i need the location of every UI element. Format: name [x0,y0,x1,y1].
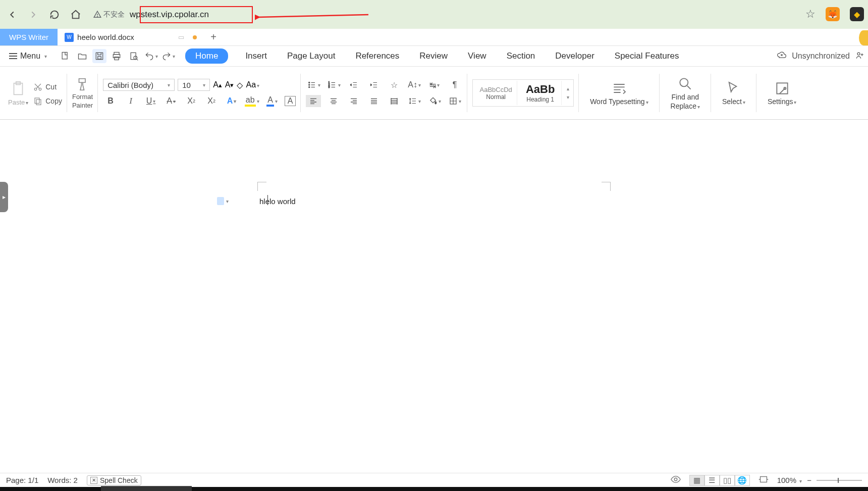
inc-indent-button[interactable] [366,79,382,91]
qat-new-icon[interactable] [58,49,72,63]
paste-button[interactable]: Paste▾ [8,80,28,106]
zoom-slider[interactable] [817,480,862,481]
document-body-text[interactable]: hlelo world [259,197,296,206]
tab-window-icon[interactable]: ▭ [178,33,184,41]
chevron-down-icon: ▾ [44,54,47,59]
document-canvas[interactable]: ▾ hlelo world [0,120,868,473]
new-tab-button[interactable]: + [204,29,223,45]
tab-home[interactable]: Home [185,48,228,64]
tab-developer[interactable]: Developer [552,49,598,63]
text-direction-button[interactable]: A↕▾ [407,79,422,91]
svg-point-26 [784,87,786,89]
shrink-font-icon[interactable]: A▾ [225,80,234,89]
extension-cube-icon[interactable]: ◆ [850,7,864,21]
asian-layout-icon[interactable]: ☆ [387,79,402,91]
bold-button[interactable]: B [103,95,118,107]
styles-gallery[interactable]: AaBbCcDd Normal AaBb Heading 1 ▴ ▾ [472,79,574,107]
tab-align-button[interactable]: ↹▾ [427,79,442,91]
cloud-sync-icon[interactable] [777,50,787,62]
qat-preview-icon[interactable] [127,49,141,63]
find-replace-button[interactable]: Find and Replace▾ [665,76,706,110]
text-effects-button[interactable]: A▾ [224,95,239,107]
cut-button[interactable]: Cut [33,82,62,91]
copy-button[interactable]: Copy [33,96,62,106]
dec-indent-button[interactable] [346,79,361,91]
char-border-button[interactable]: A [285,96,296,106]
qat-redo-button[interactable]: ▾ [161,49,175,63]
spell-check-toggle[interactable]: ✕Spell Check [87,475,141,485]
font-size-select[interactable]: 10▾ [178,79,210,91]
tab-section[interactable]: Section [504,49,538,63]
paragraph-helper-icon[interactable]: ▾ [217,197,232,206]
font-color-button[interactable]: A▾ [264,95,280,107]
status-words[interactable]: Words: 2 [47,476,78,484]
styles-up-icon[interactable]: ▴ [567,86,569,91]
line-spacing-button[interactable]: ▾ [407,95,422,107]
nav-home-icon[interactable] [69,8,83,22]
side-panel-handle[interactable]: ▸ [0,182,8,212]
view-reading-icon[interactable]: ▯▯ [720,475,735,486]
view-web-icon[interactable]: 🌐 [735,475,750,486]
settings-button[interactable]: Settings▾ [762,80,803,106]
subscript-button[interactable]: X2 [204,95,219,107]
qat-open-icon[interactable] [75,49,89,63]
taskbar-item[interactable] [101,486,192,491]
address-url[interactable]: wpstest.vip.cpolar.cn [128,9,211,21]
tab-review[interactable]: Review [416,49,451,63]
highlight-button[interactable]: ab▾ [244,95,259,107]
zoom-out-button[interactable]: − [807,476,811,484]
fit-width-icon[interactable] [758,474,769,486]
italic-button[interactable]: I [123,95,138,107]
show-marks-button[interactable]: ¶ [447,79,462,91]
strikethrough-button[interactable]: A▾ [164,95,179,107]
document-page[interactable]: ▾ hlelo world [182,132,686,473]
word-typesetting-button[interactable]: Word Typesetting▾ [584,80,654,106]
clear-format-icon[interactable]: ◇ [237,80,243,90]
menu-button[interactable]: Menu ▾ [4,50,52,63]
security-indicator[interactable]: 不安全 [93,10,125,19]
align-right-button[interactable] [346,95,361,107]
wps-brand-tab[interactable]: WPS Writer [0,29,58,45]
qat-print-icon[interactable] [110,49,124,63]
bullets-button[interactable]: ▾ [306,79,321,91]
align-left-button[interactable] [306,95,321,107]
bookmark-star-icon[interactable]: ☆ [805,8,816,21]
style-heading1[interactable]: AaBb Heading 1 [519,81,562,105]
style-normal[interactable]: AaBbCcDd Normal [475,81,517,105]
change-case-icon[interactable]: Aa▾ [246,80,259,89]
align-distribute-button[interactable] [387,95,402,107]
document-tab[interactable]: W heelo world.docx ▭ [58,29,204,45]
tab-view[interactable]: View [465,49,490,63]
format-painter-button[interactable]: Format Painter [72,77,93,109]
svg-text:3: 3 [328,85,330,88]
grow-font-icon[interactable]: A▴ [213,80,222,89]
tab-insert[interactable]: Insert [242,49,270,63]
select-button[interactable]: Select▾ [716,80,751,106]
underline-button[interactable]: U▾ [143,95,158,107]
nav-back-icon[interactable] [5,8,19,22]
align-justify-button[interactable] [366,95,382,107]
eye-icon[interactable] [670,474,681,486]
view-outline-icon[interactable]: ☰ [704,475,720,486]
status-page[interactable]: Page: 1/1 [6,476,38,484]
user-avatar[interactable] [859,30,868,45]
shading-button[interactable]: ▾ [427,95,442,107]
tab-page-layout[interactable]: Page Layout [284,49,338,63]
sync-status-label[interactable]: Unsynchronized [792,52,850,61]
extension-fox-icon[interactable]: 🦊 [826,7,840,21]
nav-reload-icon[interactable] [47,8,62,22]
superscript-button[interactable]: X2 [184,95,199,107]
numbering-button[interactable]: 123▾ [326,79,341,91]
qat-undo-button[interactable]: ▾ [144,49,158,63]
share-icon[interactable] [855,50,865,62]
view-print-layout-icon[interactable]: ▦ [689,475,704,486]
tab-references[interactable]: References [352,49,402,63]
nav-forward-icon[interactable] [26,8,40,22]
qat-save-icon[interactable] [92,49,106,63]
font-family-select[interactable]: Calibri (Body)▾ [103,79,175,91]
border-button[interactable]: ▾ [447,95,462,107]
styles-down-icon[interactable]: ▾ [567,94,569,100]
zoom-level[interactable]: 100% ▾ [777,476,802,484]
align-center-button[interactable] [326,95,341,107]
tab-special-features[interactable]: Special Features [612,49,682,63]
